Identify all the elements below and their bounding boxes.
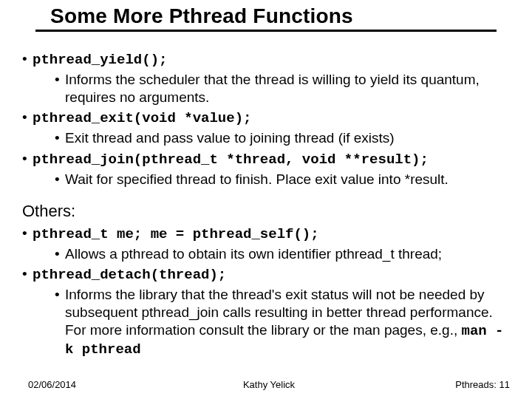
code-join: pthread_join(pthread_t *thread, void **r… — [33, 151, 429, 168]
footer: 02/06/2014 Kathy Yelick Pthreads: 11 — [28, 379, 510, 390]
slide: Some More Pthread Functions pthread_yiel… — [0, 0, 532, 399]
bullet-join: pthread_join(pthread_t *thread, void **r… — [22, 150, 510, 169]
bullet-yield-desc: Informs the scheduler that the thread is… — [55, 71, 510, 106]
detach-desc-text: Informs the library that the thread's ex… — [65, 287, 493, 338]
bullet-self-desc: Allows a pthread to obtain its own ident… — [55, 245, 510, 263]
footer-page: Pthreads: 11 — [455, 379, 510, 390]
footer-date: 02/06/2014 — [28, 379, 76, 390]
bullet-yield: pthread_yield(); — [22, 50, 510, 69]
code-detach: pthread_detach(thread); — [33, 267, 226, 283]
footer-author: Kathy Yelick — [28, 379, 510, 390]
code-self: pthread_t me; me = pthread_self(); — [33, 226, 319, 242]
slide-body: pthread_yield(); Informs the scheduler t… — [22, 47, 510, 360]
code-yield: pthread_yield(); — [33, 52, 167, 68]
others-heading: Others: — [22, 201, 510, 222]
bullet-self: pthread_t me; me = pthread_self(); — [22, 225, 510, 244]
bullet-join-desc: Wait for specified thread to finish. Pla… — [55, 171, 510, 188]
bullet-exit: pthread_exit(void *value); — [22, 109, 510, 128]
slide-title: Some More Pthread Functions — [35, 4, 497, 28]
bullet-detach: pthread_detach(thread); — [22, 265, 510, 284]
title-underline: Some More Pthread Functions — [35, 4, 497, 32]
bullet-detach-desc: Informs the library that the thread's ex… — [55, 286, 510, 359]
code-exit: pthread_exit(void *value); — [33, 110, 251, 126]
bullet-exit-desc: Exit thread and pass value to joining th… — [55, 129, 510, 147]
